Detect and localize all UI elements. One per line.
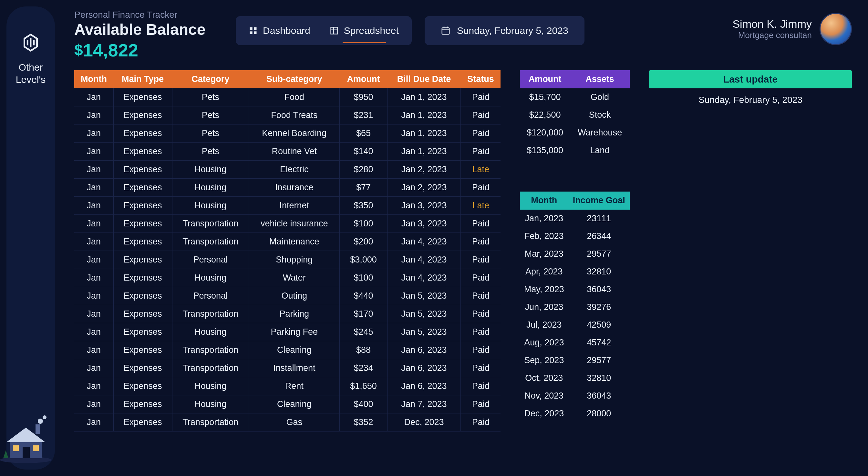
table-cell: Transportation (172, 233, 249, 251)
table-cell: $950 (340, 88, 387, 106)
table-cell: Expenses (113, 269, 172, 287)
table-cell: Pets (172, 88, 249, 106)
column-header[interactable]: Sub-category (249, 70, 340, 88)
table-row[interactable]: JanExpensesHousingInsurance$77Jan 2, 202… (74, 179, 500, 197)
table-row[interactable]: JanExpensesPetsFood$950Jan 1, 2023Paid (74, 88, 500, 106)
column-header[interactable]: Bill Due Date (387, 70, 461, 88)
table-cell: Paid (461, 269, 500, 287)
table-row[interactable]: $135,000Land (520, 142, 630, 159)
table-row[interactable]: JanExpensesTransportationvehicle insuran… (74, 215, 500, 233)
table-cell: Jan (74, 233, 113, 251)
table-row[interactable]: JanExpensesTransportationParking$170Jan … (74, 305, 500, 323)
table-cell: Jan 5, 2023 (387, 323, 461, 341)
table-cell: Expenses (113, 251, 172, 269)
column-header[interactable]: Category (172, 70, 249, 88)
table-cell: Installment (249, 359, 340, 377)
table-row[interactable]: Aug, 202345742 (520, 334, 630, 351)
table-cell: $170 (340, 305, 387, 323)
table-cell: Transportation (172, 215, 249, 233)
table-row[interactable]: Mar, 202329577 (520, 245, 630, 263)
table-row[interactable]: JanExpensesTransportationGas$352Dec, 202… (74, 413, 500, 432)
column-header[interactable]: Month (520, 192, 568, 210)
svg-rect-5 (33, 445, 39, 451)
table-cell: $280 (340, 161, 387, 179)
table-cell: Internet (249, 197, 340, 215)
table-row[interactable]: JanExpensesPersonalOuting$440Jan 5, 2023… (74, 287, 500, 305)
table-cell: Jan 2, 2023 (387, 179, 461, 197)
table-cell: Jan 7, 2023 (387, 396, 461, 413)
table-cell: $350 (340, 197, 387, 215)
table-cell: 36043 (568, 387, 630, 405)
table-cell: Jan 6, 2023 (387, 359, 461, 377)
table-cell: Expenses (113, 323, 172, 341)
table-cell: Expenses (113, 142, 172, 161)
table-cell: $135,000 (520, 142, 570, 159)
table-row[interactable]: JanExpensesPersonalShopping$3,000Jan 4, … (74, 251, 500, 269)
table-cell: 42509 (568, 316, 630, 334)
table-cell: Parking Fee (249, 323, 340, 341)
table-cell: $65 (340, 125, 387, 142)
column-header[interactable]: Main Type (113, 70, 172, 88)
table-row[interactable]: JanExpensesHousingElectric$280Jan 2, 202… (74, 161, 500, 179)
table-cell: 45742 (568, 334, 630, 351)
table-cell: $15,700 (520, 88, 570, 106)
table-cell: Expenses (113, 197, 172, 215)
table-row[interactable]: Feb, 202326344 (520, 227, 630, 245)
column-header[interactable]: Month (74, 70, 113, 88)
table-row[interactable]: JanExpensesPetsRoutine Vet$140Jan 1, 202… (74, 142, 500, 161)
table-row[interactable]: Jul, 202342509 (520, 316, 630, 334)
table-row[interactable]: JanExpensesHousingInternet$350Jan 3, 202… (74, 197, 500, 215)
table-row[interactable]: $22,500Stock (520, 106, 630, 124)
column-header[interactable]: Amount (340, 70, 387, 88)
table-row[interactable]: $15,700Gold (520, 88, 630, 106)
avatar[interactable] (819, 13, 852, 45)
table-cell: Expenses (113, 179, 172, 197)
table-cell: Jan 6, 2023 (387, 341, 461, 359)
table-cell: $400 (340, 396, 387, 413)
table-row[interactable]: JanExpensesHousingParking Fee$245Jan 5, … (74, 323, 500, 341)
table-row[interactable]: Nov, 202336043 (520, 387, 630, 405)
table-row[interactable]: Apr, 202332810 (520, 263, 630, 280)
table-cell: Paid (461, 106, 500, 125)
table-cell: Jan 3, 2023 (387, 197, 461, 215)
date-picker[interactable]: Sunday, February 5, 2023 (425, 16, 585, 45)
table-cell: Jan (74, 269, 113, 287)
table-row[interactable]: May, 202336043 (520, 280, 630, 298)
table-row[interactable]: JanExpensesHousingRent$1,650Jan 6, 2023P… (74, 377, 500, 396)
table-row[interactable]: Jun, 202339276 (520, 298, 630, 316)
table-cell: Expenses (113, 287, 172, 305)
column-header[interactable]: Assets (570, 70, 630, 88)
table-row[interactable]: JanExpensesHousingCleaning$400Jan 7, 202… (74, 396, 500, 413)
table-cell: 32810 (568, 263, 630, 280)
column-header[interactable]: Amount (520, 70, 570, 88)
table-cell: $140 (340, 142, 387, 161)
table-row[interactable]: JanExpensesTransportationMaintenance$200… (74, 233, 500, 251)
table-cell: Pets (172, 125, 249, 142)
table-row[interactable]: Jan, 202323111 (520, 210, 630, 227)
table-row[interactable]: JanExpensesHousingWater$100Jan 4, 2023Pa… (74, 269, 500, 287)
table-cell: 23111 (568, 210, 630, 227)
tab-dashboard[interactable]: Dashboard (249, 25, 310, 36)
svg-marker-9 (3, 450, 8, 458)
currency-symbol: $ (74, 41, 83, 58)
side-column: AmountAssets $15,700Gold$22,500Stock$120… (520, 70, 630, 476)
tab-spreadsheet[interactable]: Spreadsheet (330, 25, 399, 36)
table-cell: 29577 (568, 351, 630, 369)
right-column: Last update Sunday, February 5, 2023 (649, 70, 852, 476)
user-block[interactable]: Simon K. Jimmy Mortgage consultan (733, 13, 852, 45)
table-row[interactable]: JanExpensesPetsFood Treats$231Jan 1, 202… (74, 106, 500, 125)
table-row[interactable]: Sep, 202329577 (520, 351, 630, 369)
table-cell: $231 (340, 106, 387, 125)
table-row[interactable]: JanExpensesTransportationInstallment$234… (74, 359, 500, 377)
table-row[interactable]: JanExpensesPetsKennel Boarding$65Jan 1, … (74, 125, 500, 142)
table-row[interactable]: JanExpensesTransportationCleaning$88Jan … (74, 341, 500, 359)
table-row[interactable]: Dec, 202328000 (520, 405, 630, 422)
table-row[interactable]: Oct, 202332810 (520, 369, 630, 387)
column-header[interactable]: Status (461, 70, 500, 88)
column-header[interactable]: Income Goal (568, 192, 630, 210)
table-cell: Jan 1, 2023 (387, 142, 461, 161)
table-cell: Expenses (113, 305, 172, 323)
table-cell: Housing (172, 323, 249, 341)
table-cell: Nov, 2023 (520, 387, 568, 405)
table-row[interactable]: $120,000Warehouse (520, 124, 630, 142)
